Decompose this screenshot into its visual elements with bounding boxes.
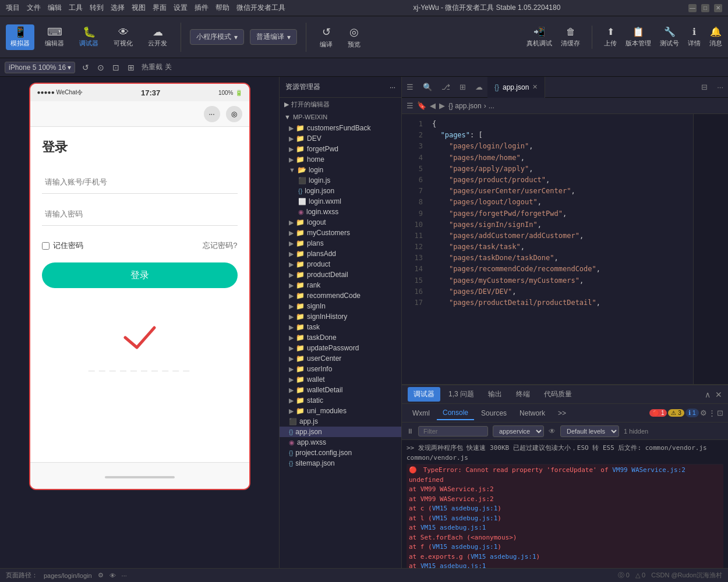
split-editor-icon[interactable]: ⊟ [697, 83, 712, 91]
detail-button[interactable]: ℹ 详情 [688, 26, 701, 48]
status-more-icon[interactable]: ··· [122, 572, 127, 579]
editor-button[interactable]: ⌨ 编辑器 [40, 24, 69, 50]
nav-scan-icon[interactable]: ◎ [226, 106, 242, 122]
file-login-json[interactable]: {} login.json [280, 186, 401, 196]
file-app-json[interactable]: {} app.json [280, 427, 401, 437]
menu-help[interactable]: 帮助 [215, 3, 229, 13]
status-gear-icon[interactable]: ⚙ [98, 572, 104, 579]
device-selector[interactable]: iPhone 5 100% 16 ▾ [5, 62, 75, 73]
menu-file[interactable]: 文件 [27, 3, 41, 13]
message-button[interactable]: 🔔 消息 [709, 26, 722, 48]
debugger-chevron-up-icon[interactable]: ∧ [705, 390, 711, 399]
more-options-icon[interactable]: ··· [712, 83, 728, 91]
pause-icon[interactable]: ⏸ [407, 427, 414, 435]
simulator-button[interactable]: 📱 模拟器 [6, 24, 34, 50]
login-button[interactable]: 登录 [42, 262, 238, 288]
test-button[interactable]: 🔧 测试号 [660, 26, 679, 48]
file-login-wxss[interactable]: ◉ login.wxss [280, 207, 401, 217]
context-selector[interactable]: appservice [493, 425, 544, 437]
preview-button[interactable]: ◎ 预览 [343, 23, 365, 51]
folder-userInfo[interactable]: ▶ 📁 userInfo [280, 364, 401, 374]
compile-selector[interactable]: 普通编译 ▾ [250, 29, 297, 45]
forward-icon[interactable]: ▶ [439, 101, 445, 110]
search-icon[interactable]: 🔍 [418, 83, 437, 91]
subtab-network[interactable]: Network [514, 407, 551, 420]
status-eye-icon[interactable]: 👁 [109, 572, 116, 579]
debugger-tab-codequality[interactable]: 代码质量 [538, 387, 578, 402]
file-login-js[interactable]: ⬛ login.js [280, 175, 401, 186]
file-login-wxml[interactable]: ⬜ login.wxml [280, 196, 401, 207]
menu-bar[interactable]: 项目 文件 编辑 工具 转到 选择 视图 界面 设置 插件 帮助 微信开发者工具 [6, 3, 285, 13]
folder-plans[interactable]: ▶ 📁 plans [280, 238, 401, 249]
refresh-button[interactable]: ↺ 编译 [315, 23, 337, 51]
folder-rank[interactable]: ▶ 📁 rank [280, 280, 401, 290]
close-button[interactable]: ✕ [714, 4, 722, 12]
debugger-tab-debugger[interactable]: 调试器 [408, 387, 440, 402]
folder-DEV[interactable]: ▶ 📁 DEV [280, 133, 401, 144]
tab-close-button[interactable]: ✕ [532, 83, 538, 91]
folder-home[interactable]: ▶ 📁 home [280, 154, 401, 165]
cloud-button[interactable]: ☁ 云开发 [143, 24, 172, 50]
folder-wallet[interactable]: ▶ 📁 wallet [280, 374, 401, 385]
password-input[interactable] [42, 203, 238, 226]
folder-forgetPwd[interactable]: ▶ 📁 forgetPwd [280, 144, 401, 154]
folder-myCustomers[interactable]: ▶ 📁 myCustomers [280, 228, 401, 238]
subtab-sources[interactable]: Sources [475, 407, 513, 420]
folder-login[interactable]: ▼ 📂 login [280, 165, 401, 175]
menu-edit[interactable]: 编辑 [48, 3, 62, 13]
nav-more-icon[interactable]: ··· [204, 106, 220, 122]
cloud-sync-icon[interactable]: ☁ [471, 83, 487, 91]
folder-signIn[interactable]: ▶ 📁 signIn [280, 301, 401, 311]
version-mgr-button[interactable]: 📋 版本管理 [625, 26, 651, 48]
expand-icon[interactable]: ⊡ [717, 409, 723, 417]
settings-icon[interactable]: ⚙ [700, 409, 707, 417]
menu-view[interactable]: 视图 [132, 3, 146, 13]
debugger-close-icon[interactable]: ✕ [715, 390, 722, 399]
folder-productDetail[interactable]: ▶ 📁 productDetail [280, 269, 401, 280]
menu-devtools[interactable]: 微信开发者工具 [236, 3, 285, 13]
file-app-js[interactable]: ⬛ app.js [280, 416, 401, 427]
subtab-more[interactable]: >> [552, 407, 572, 420]
more-icon[interactable]: ⋮ [708, 409, 716, 417]
debugger-tab-output[interactable]: 输出 [482, 387, 508, 402]
maximize-button[interactable]: □ [701, 4, 709, 12]
remote-debug-button[interactable]: 📲 真机调试 [526, 26, 552, 48]
remember-password[interactable]: 记住密码 [42, 240, 83, 251]
project-section[interactable]: ▼ MP-WEIXIN [280, 111, 401, 123]
file-project-config[interactable]: {} project.config.json [280, 448, 401, 458]
subtab-console[interactable]: Console [437, 406, 474, 420]
minimize-button[interactable]: — [688, 4, 697, 12]
menu-select[interactable]: 选择 [111, 3, 125, 13]
filter-input[interactable] [418, 426, 488, 436]
debugger-button[interactable]: 🐛 调试器 [75, 24, 103, 50]
menu-ui[interactable]: 界面 [153, 3, 167, 13]
opened-editors-section[interactable]: ▶ 打开的编辑器 [280, 98, 401, 111]
folder-userCenter[interactable]: ▶ 📁 userCenter [280, 353, 401, 364]
asdebug-link-4[interactable]: VM15 asdebug.js:1 [432, 543, 498, 551]
window-controls[interactable]: — □ ✕ [688, 4, 722, 12]
folder-logout[interactable]: ▶ 📁 logout [280, 217, 401, 228]
debugger-tab-terminal[interactable]: 终端 [510, 387, 536, 402]
screenshot-button[interactable]: ⊙ [96, 62, 105, 73]
asdebug-link-5[interactable]: VM15 asdebug.js:1 [471, 553, 536, 560]
asdebug-link-1[interactable]: VM15 asdebug.js:1 [432, 505, 498, 512]
forgot-password-link[interactable]: 忘记密码? [203, 240, 237, 251]
file-app-wxss[interactable]: ◉ app.wxss [280, 437, 401, 448]
menu-settings[interactable]: 设置 [174, 3, 188, 13]
username-input[interactable] [42, 171, 238, 194]
folder-product[interactable]: ▶ 📁 product [280, 259, 401, 269]
folder-recommendCode[interactable]: ▶ 📁 recommendCode [280, 290, 401, 301]
asdebug-link-2[interactable]: VM15 asdebug.js:1 [432, 514, 498, 522]
tab-app-json[interactable]: {} app.json ✕ [487, 77, 545, 98]
folder-walletDetail[interactable]: ▶ 📁 walletDetail [280, 385, 401, 395]
sidebar-toggle-icon[interactable]: ☰ [402, 83, 418, 91]
separate-button[interactable]: ⊡ [111, 62, 121, 73]
folder-taskDone[interactable]: ▶ 📁 taskDone [280, 332, 401, 343]
levels-selector[interactable]: Default levels [560, 425, 619, 437]
remember-checkbox[interactable] [42, 242, 50, 250]
menu-goto[interactable]: 转到 [90, 3, 104, 13]
upload-button[interactable]: ⬆ 上传 [604, 26, 617, 48]
menu-project[interactable]: 项目 [6, 3, 20, 13]
git-icon[interactable]: ⎇ [437, 83, 455, 91]
folder-updatePassword[interactable]: ▶ 📁 updatePassword [280, 343, 401, 353]
